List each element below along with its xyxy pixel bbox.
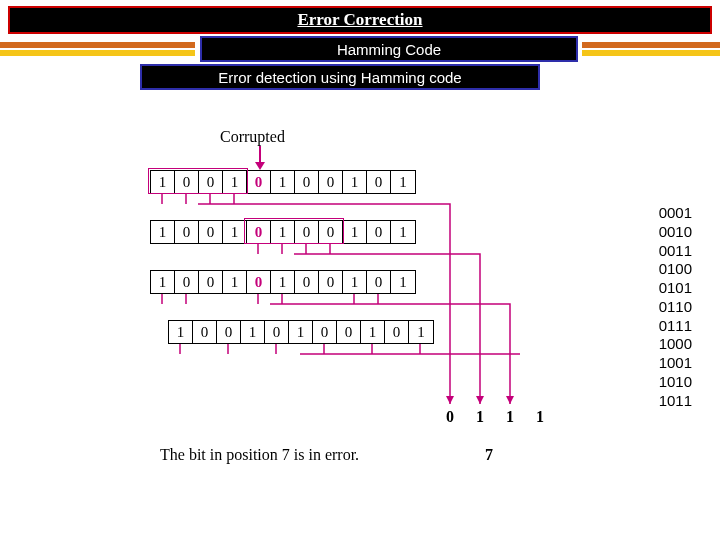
syndrome-bit: 1: [465, 406, 495, 428]
bin-item: 0100: [659, 260, 692, 279]
bin-item: 0011: [659, 242, 692, 261]
subtitle-bar-2: Error detection using Hamming code: [140, 64, 540, 90]
bit-cell: 1: [289, 321, 313, 343]
svg-marker-1: [255, 162, 265, 170]
bit-cell: 0: [199, 221, 223, 243]
bit-cell-corrupted: 0: [247, 171, 271, 193]
bit-cell: 0: [319, 271, 343, 293]
highlight-r2: [244, 218, 344, 244]
bit-cell: 1: [361, 321, 385, 343]
syndrome-bit: 0: [435, 406, 465, 428]
syndrome-row: 0 1 1 1: [435, 406, 555, 428]
corrupted-label: Corrupted: [220, 128, 285, 146]
title-bar: Error Correction: [8, 6, 712, 34]
subtitle-bar-1: Hamming Code: [200, 36, 578, 62]
syndrome-value: 7: [485, 446, 493, 464]
bit-cell: 1: [409, 321, 433, 343]
syndrome-bit: 1: [495, 406, 525, 428]
page-title: Error Correction: [297, 10, 422, 30]
syndrome-bit: 1: [525, 406, 555, 428]
bit-cell: 1: [343, 221, 367, 243]
bit-row-4: 1 0 0 1 0 1 0 0 1 0 1: [168, 320, 434, 344]
bin-item: 0010: [659, 223, 692, 242]
bit-cell: 1: [223, 271, 247, 293]
bit-cell: 1: [169, 321, 193, 343]
bin-item: 0001: [659, 204, 692, 223]
bit-cell: 1: [151, 271, 175, 293]
bit-cell: 0: [385, 321, 409, 343]
bit-cell: 0: [217, 321, 241, 343]
svg-marker-2: [446, 396, 454, 404]
stripe-orange-right: [582, 42, 720, 48]
subtitle-row-2: Error detection using Hamming code: [0, 64, 720, 94]
bit-cell: 0: [295, 271, 319, 293]
bit-cell: 1: [391, 221, 415, 243]
stripe-orange-left: [0, 42, 195, 48]
bit-cell: 0: [337, 321, 361, 343]
bit-cell: 1: [391, 271, 415, 293]
bit-cell: 0: [367, 271, 391, 293]
arrow-down-icon: [252, 146, 268, 170]
bit-cell: 1: [271, 171, 295, 193]
bit-cell: 0: [295, 171, 319, 193]
bin-item: 0110: [659, 298, 692, 317]
bit-cell: 1: [343, 271, 367, 293]
bin-item: 1000: [659, 335, 692, 354]
bit-cell: 0: [367, 221, 391, 243]
bit-cell: 1: [391, 171, 415, 193]
bit-cell: 1: [343, 171, 367, 193]
bit-row-3: 1 0 0 1 0 1 0 0 1 0 1: [150, 270, 416, 294]
bin-item: 1001: [659, 354, 692, 373]
stripe-yellow-right: [582, 50, 720, 56]
highlight-r1: [148, 168, 248, 194]
binary-position-list: 0001 0010 0011 0100 0101 0110 0111 1000 …: [659, 204, 692, 410]
hamming-diagram: Corrupted 1 0 0 1 0 1 0 0 1 0 1 1 0 0 1 …: [90, 128, 520, 498]
svg-marker-4: [506, 396, 514, 404]
bit-cell-corrupted: 0: [247, 271, 271, 293]
bit-cell: 0: [193, 321, 217, 343]
bit-cell: 0: [265, 321, 289, 343]
stripe-yellow-left: [0, 50, 195, 56]
bit-cell: 1: [271, 271, 295, 293]
subtitle-1: Hamming Code: [337, 41, 441, 58]
bin-item: 1011: [659, 392, 692, 411]
bin-item: 0111: [659, 317, 692, 336]
bin-item: 1010: [659, 373, 692, 392]
svg-marker-3: [476, 396, 484, 404]
bit-cell: 1: [241, 321, 265, 343]
stripe-row-1: Hamming Code: [0, 36, 720, 64]
error-caption: The bit in position 7 is in error.: [160, 446, 359, 464]
bit-cell: 0: [313, 321, 337, 343]
bit-cell: 0: [175, 271, 199, 293]
bit-cell: 0: [319, 171, 343, 193]
bit-cell: 0: [367, 171, 391, 193]
bit-cell: 1: [151, 221, 175, 243]
subtitle-2: Error detection using Hamming code: [218, 69, 461, 86]
bin-item: 0101: [659, 279, 692, 298]
bit-cell: 0: [199, 271, 223, 293]
bit-cell: 0: [175, 221, 199, 243]
